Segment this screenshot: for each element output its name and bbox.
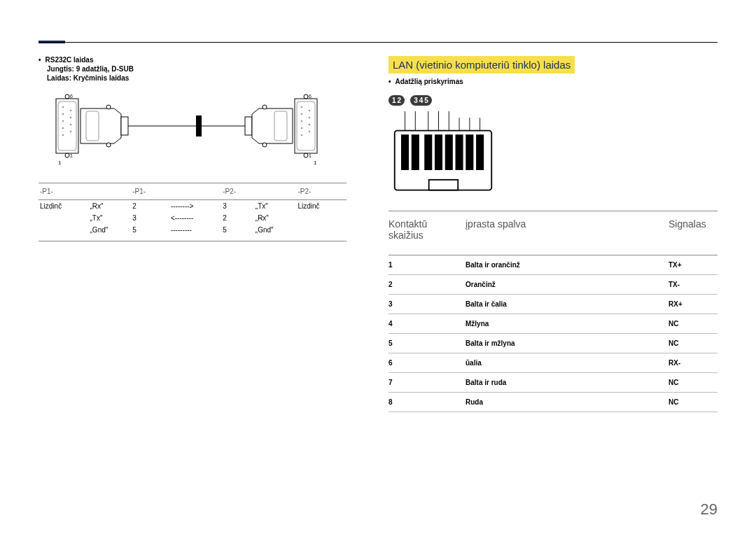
- svg-rect-16: [86, 111, 99, 141]
- svg-point-12: [70, 117, 72, 119]
- h2: -P1-: [131, 183, 164, 200]
- table-row: 2OrančinžTX-: [388, 275, 718, 295]
- col-pin: Kontaktū skaižius: [388, 211, 465, 255]
- rs232-heading: • RS232C laidas: [38, 56, 346, 64]
- table-row: 8RudaNC: [388, 393, 718, 412]
- svg-rect-53: [424, 134, 432, 170]
- svg-point-9: [62, 127, 64, 129]
- svg-rect-20: [196, 115, 202, 136]
- svg-text:1: 1: [70, 153, 73, 158]
- rs232-sub1: Jungtis: 9 adatžlią, D-SUB: [47, 65, 346, 73]
- svg-point-28: [304, 153, 308, 157]
- svg-point-6: [62, 106, 64, 108]
- svg-rect-22: [274, 111, 287, 141]
- table-header-row: Kontaktū skaižius įprasta spalva Signala…: [388, 211, 718, 255]
- svg-rect-1: [58, 101, 76, 150]
- right-column: LAN (vietinio kompiuteriū tinklo) laidas…: [388, 56, 718, 412]
- svg-point-35: [301, 134, 303, 136]
- svg-rect-57: [465, 134, 473, 170]
- svg-rect-26: [297, 101, 315, 150]
- table-row: 6ūaliaRX-: [388, 353, 718, 373]
- table-row: 1Balta ir orančinžTX+: [388, 255, 718, 275]
- table-row: „Tx" 3 <-------- 2 „Rx": [38, 212, 346, 224]
- table-row: 4MžlynaNC: [388, 314, 718, 334]
- svg-point-18: [106, 143, 111, 147]
- svg-point-27: [304, 94, 308, 99]
- col-color: įprasta spalva: [465, 211, 668, 255]
- table-row: Lizdinč „Rx" 2 --------> 3 „Tx" Lizdinč: [38, 200, 346, 213]
- bullet-dot: •: [38, 56, 41, 64]
- svg-point-7: [62, 113, 64, 115]
- svg-text:6: 6: [70, 94, 73, 99]
- svg-rect-54: [435, 134, 442, 170]
- table-row: 7Balta ir rudaNC: [388, 373, 718, 393]
- table-row: 3Balta ir čaliaRX+: [388, 295, 718, 314]
- svg-point-17: [106, 105, 111, 109]
- svg-text:6: 6: [309, 94, 312, 99]
- svg-point-34: [301, 127, 303, 129]
- svg-rect-58: [476, 134, 484, 170]
- left-column: • RS232C laidas Jungtis: 9 adatžlią, D-S…: [38, 56, 346, 412]
- svg-rect-21: [245, 117, 252, 135]
- page-number: 29: [701, 500, 718, 519]
- svg-rect-52: [412, 134, 419, 170]
- svg-rect-15: [121, 117, 128, 135]
- svg-point-38: [309, 124, 311, 126]
- table-row: „Gnd" 5 --------- 5 „Gnd": [38, 224, 346, 241]
- svg-point-10: [62, 134, 64, 136]
- bullet-dot: •: [388, 78, 391, 85]
- badge-group-1: 1 2: [388, 95, 405, 106]
- svg-point-24: [262, 143, 267, 147]
- badge-group-2: 3 4 5: [410, 95, 432, 106]
- h3: -P2-: [221, 183, 254, 200]
- svg-point-37: [309, 117, 311, 119]
- svg-point-14: [70, 131, 72, 133]
- table-header-row: -P1- -P1- -P2- -P2-: [38, 183, 346, 200]
- svg-text:1: 1: [58, 160, 62, 166]
- rj45-diagram: [388, 111, 514, 195]
- col-signal: Signalas: [668, 211, 718, 255]
- pin-number-badges: 1 2 3 4 5: [388, 95, 718, 106]
- content-columns: • RS232C laidas Jungtis: 9 adatžlią, D-S…: [38, 56, 718, 412]
- svg-point-11: [70, 110, 72, 112]
- header-rule: [38, 42, 718, 43]
- svg-text:1: 1: [309, 153, 312, 158]
- svg-point-23: [262, 105, 267, 109]
- cable-diagram: 6 1 6 1: [38, 92, 332, 169]
- svg-rect-55: [445, 134, 453, 170]
- svg-point-39: [309, 131, 311, 133]
- svg-point-32: [301, 113, 303, 115]
- lan-section-title: LAN (vietinio kompiuteriū tinklo) laidas: [388, 56, 575, 73]
- svg-rect-51: [401, 134, 409, 170]
- svg-point-2: [65, 94, 69, 99]
- svg-point-33: [301, 120, 303, 122]
- svg-rect-59: [429, 180, 458, 190]
- svg-point-8: [62, 120, 64, 122]
- h4: -P2-: [296, 183, 346, 200]
- h1: -P1-: [38, 183, 89, 200]
- svg-point-36: [309, 110, 311, 112]
- svg-point-3: [65, 153, 69, 157]
- svg-point-31: [301, 106, 303, 108]
- svg-point-13: [70, 124, 72, 126]
- pin-assignment-heading: • Adatžlią priskyrimas: [388, 78, 718, 85]
- rs232-title: RS232C laidas: [46, 56, 94, 64]
- lan-pin-table: Kontaktū skaižius įprasta spalva Signala…: [388, 211, 718, 412]
- svg-text:1: 1: [314, 160, 317, 166]
- pin-assignment-label: Adatžlią priskyrimas: [396, 78, 463, 85]
- svg-rect-56: [456, 134, 463, 170]
- lan-table-body: 1Balta ir orančinžTX+ 2OrančinžTX- 3Balt…: [388, 255, 718, 412]
- rs232-pin-table: -P1- -P1- -P2- -P2- Lizdinč „Rx" 2 -----…: [38, 183, 346, 241]
- rs232-sub2: Laidas: Kryčminis laidas: [47, 74, 346, 82]
- table-row: 5Balta ir mžlynaNC: [388, 334, 718, 353]
